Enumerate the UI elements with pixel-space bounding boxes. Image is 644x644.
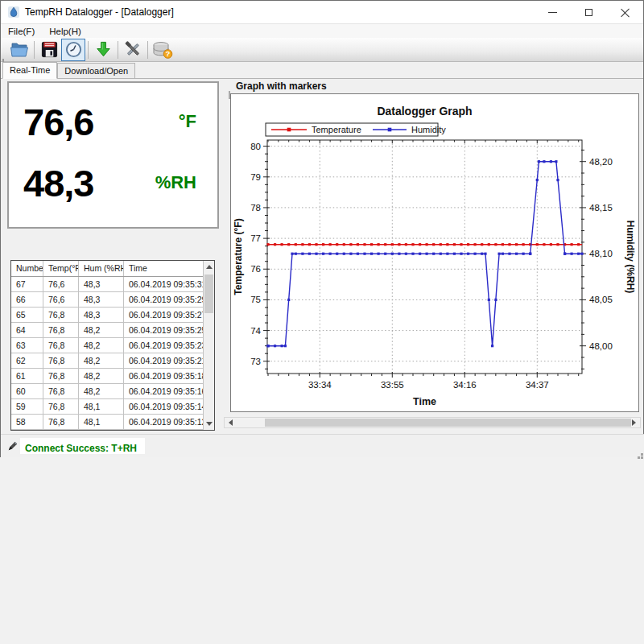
- svg-text:33:34: 33:34: [308, 380, 332, 390]
- menu-file[interactable]: File(F): [1, 27, 42, 36]
- table-cell: 63: [11, 338, 43, 353]
- menu-bar: File(F) Help(H): [1, 23, 643, 38]
- table-row[interactable]: 6676,648,306.04.2019 09:35:29: [11, 292, 203, 308]
- scroll-up-button[interactable]: [204, 261, 214, 273]
- svg-text:48,20: 48,20: [589, 157, 613, 167]
- database-help-icon: ?: [152, 40, 173, 60]
- app-icon: [7, 6, 20, 19]
- tools-icon: [124, 40, 142, 59]
- maximize-button[interactable]: [571, 1, 607, 23]
- toolbar-separator: [34, 41, 35, 59]
- svg-text:34:37: 34:37: [526, 380, 549, 390]
- clock-icon: [64, 40, 83, 59]
- table-row[interactable]: 6276,848,206.04.2019 09:35:21: [11, 353, 203, 369]
- table-cell: 60: [11, 384, 43, 398]
- close-icon: [621, 8, 630, 17]
- table-cell: 48,1: [79, 399, 124, 414]
- download-button[interactable]: [91, 39, 115, 61]
- table-cell: 06.04.2019 09:35:25: [124, 323, 203, 337]
- table-cell: 76,8: [43, 384, 79, 398]
- chevron-right-icon: [632, 419, 636, 426]
- settings-button[interactable]: [121, 39, 145, 61]
- table-cell: 76,8: [43, 353, 79, 368]
- humidity-unit: %RH: [155, 172, 196, 193]
- scroll-left-button[interactable]: [225, 418, 237, 427]
- svg-text:79: 79: [250, 172, 261, 182]
- table-cell: 06.04.2019 09:35:16: [124, 384, 203, 398]
- table-cell: 48,3: [79, 277, 124, 291]
- svg-text:34:16: 34:16: [453, 380, 477, 390]
- status-message-chip: Connect Success: T+RH: [20, 438, 145, 454]
- title-bar: TempRH Datalogger - [Datalogger]: [1, 1, 643, 23]
- svg-text:48,05: 48,05: [589, 295, 613, 304]
- svg-text:Temperature (°F): Temperature (°F): [233, 218, 244, 295]
- table-row[interactable]: 6476,848,206.04.2019 09:35:25: [11, 323, 203, 338]
- table-cell: 06.04.2019 09:35:18: [124, 369, 203, 383]
- resize-grip[interactable]: [638, 450, 640, 452]
- table-row[interactable]: 6776,648,306.04.2019 09:35:31: [11, 277, 203, 292]
- menu-help[interactable]: Help(H): [42, 27, 89, 36]
- scrollbar-thumb[interactable]: [265, 419, 631, 427]
- table-row[interactable]: 6376,848,206.04.2019 09:35:23: [11, 338, 203, 353]
- column-header-time[interactable]: Time: [124, 261, 203, 276]
- table-cell: 48,3: [79, 308, 124, 322]
- save-button[interactable]: [37, 39, 61, 61]
- save-icon: [40, 40, 59, 59]
- chevron-up-icon: [206, 265, 213, 269]
- folder-open-icon: [10, 40, 29, 60]
- svg-text:Humidity: Humidity: [411, 125, 446, 134]
- status-message: Connect Success: T+RH: [25, 443, 137, 454]
- chevron-down-icon: [206, 422, 213, 426]
- svg-text:48,15: 48,15: [589, 203, 613, 213]
- toolbar-separator: [147, 41, 148, 59]
- table-body: 6776,648,306.04.2019 09:35:316676,648,30…: [11, 277, 203, 430]
- table-cell: 48,2: [79, 353, 124, 368]
- table-row[interactable]: 5976,848,106.04.2019 09:35:14: [11, 399, 203, 415]
- table-cell: 06.04.2019 09:35:14: [124, 399, 203, 414]
- svg-text:74: 74: [250, 326, 261, 336]
- table-row[interactable]: 5876,848,106.04.2019 09:35:12: [11, 415, 203, 430]
- svg-text:73: 73: [250, 357, 261, 366]
- toolbar-grip[interactable]: [2, 41, 4, 59]
- table-cell: 67: [11, 277, 43, 291]
- table-cell: 58: [11, 415, 43, 429]
- table-row[interactable]: 6576,848,306.04.2019 09:35:27: [11, 308, 203, 323]
- column-header-number[interactable]: Number: [11, 261, 43, 276]
- scroll-right-button[interactable]: [628, 418, 640, 427]
- close-button[interactable]: [607, 1, 643, 23]
- tab-real-time[interactable]: Real-Time: [2, 62, 57, 79]
- table-cell: 64: [11, 323, 43, 337]
- table-cell: 06.04.2019 09:35:23: [124, 338, 203, 353]
- table-row[interactable]: 6176,848,206.04.2019 09:35:18: [11, 369, 203, 384]
- tab-download-open[interactable]: Download/Open: [57, 63, 135, 78]
- panel-grip-icon: [229, 81, 230, 91]
- table-cell: 06.04.2019 09:35:31: [124, 277, 203, 291]
- svg-text:Datalogger Graph: Datalogger Graph: [377, 105, 472, 118]
- table-cell: 76,8: [43, 308, 79, 322]
- table-cell: 48,2: [79, 384, 124, 398]
- table-vertical-scrollbar[interactable]: [203, 261, 214, 430]
- app-window: TempRH Datalogger - [Datalogger] File(F)…: [0, 0, 644, 457]
- minimize-icon: [548, 12, 557, 13]
- table-cell: 06.04.2019 09:35:12: [124, 415, 203, 429]
- window-title: TempRH Datalogger - [Datalogger]: [25, 6, 174, 18]
- time-sync-button[interactable]: [61, 39, 85, 61]
- svg-text:48,10: 48,10: [589, 249, 613, 258]
- table-cell: 76,8: [43, 338, 79, 353]
- table-cell: 76,6: [43, 277, 79, 291]
- device-help-button[interactable]: ?: [151, 39, 175, 61]
- minimize-button[interactable]: [535, 1, 571, 23]
- temperature-value: 76,6: [23, 100, 93, 144]
- column-header-temp[interactable]: Temp(°F): [43, 261, 79, 276]
- toolbar: ?: [1, 38, 643, 62]
- scroll-down-button[interactable]: [204, 418, 214, 430]
- open-file-button[interactable]: [7, 39, 31, 61]
- chevron-left-icon: [229, 419, 233, 426]
- svg-text:?: ?: [166, 49, 171, 58]
- column-header-hum[interactable]: Hum (%RH): [79, 261, 124, 276]
- chart-horizontal-scrollbar[interactable]: [224, 417, 641, 428]
- table-row[interactable]: 6076,848,206.04.2019 09:35:16: [11, 384, 203, 399]
- log-table: Number Temp(°F) Hum (%RH) Time 6776,648,…: [10, 260, 215, 431]
- tab-strip: Real-Time Download/Open: [1, 62, 643, 79]
- scrollbar-thumb[interactable]: [204, 275, 213, 313]
